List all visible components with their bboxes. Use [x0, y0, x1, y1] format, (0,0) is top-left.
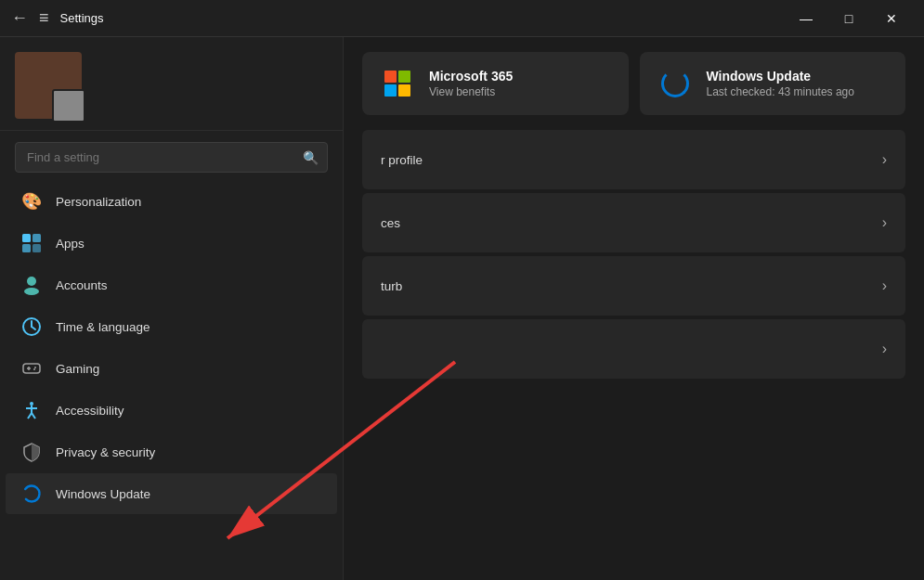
ms365-card-text: Microsoft 365 View benefits	[429, 69, 513, 98]
privacy-icon	[20, 441, 43, 463]
search-icon: 🔍	[303, 150, 319, 165]
sidebar: 🔍 🎨 Personalization Apps	[0, 37, 344, 580]
svg-line-8	[32, 327, 35, 329]
personalization-icon: 🎨	[20, 190, 43, 213]
sidebar-item-label: Accessibility	[56, 404, 124, 418]
svg-rect-1	[33, 234, 41, 242]
close-button[interactable]: ✕	[870, 0, 913, 37]
sidebar-item-apps[interactable]: Apps	[6, 223, 337, 264]
time-icon	[20, 316, 43, 338]
accessibility-icon	[20, 399, 43, 421]
title-bar-left: ← ≡ Settings	[11, 8, 104, 28]
content-area: Microsoft 365 View benefits Windows Upda…	[344, 37, 924, 580]
sidebar-item-accessibility[interactable]: Accessibility	[6, 390, 337, 431]
settings-section: r profile › ces › turb › ›	[344, 130, 924, 397]
window-title: Settings	[60, 11, 104, 25]
chevron-icon: ›	[882, 341, 887, 357]
svg-line-18	[32, 413, 35, 419]
sidebar-item-label: Apps	[56, 237, 85, 251]
svg-rect-0	[22, 234, 31, 242]
nav-list: 🎨 Personalization Apps	[0, 184, 343, 580]
sidebar-item-label: Accounts	[56, 278, 108, 292]
menu-button[interactable]: ≡	[39, 8, 49, 28]
svg-point-4	[27, 277, 36, 286]
sidebar-item-accounts[interactable]: Accounts	[6, 264, 337, 305]
ms365-yellow	[398, 84, 410, 97]
avatar-secondary	[52, 89, 85, 122]
ms365-blue	[384, 84, 397, 97]
minimize-button[interactable]: —	[785, 0, 827, 37]
svg-rect-3	[33, 244, 41, 252]
sidebar-item-gaming[interactable]: Gaming	[6, 348, 337, 389]
settings-row-ces[interactable]: ces ›	[362, 193, 905, 252]
chevron-icon: ›	[882, 214, 887, 231]
windows-update-card[interactable]: Windows Update Last checked: 43 minutes …	[640, 52, 906, 115]
sidebar-item-personalization[interactable]: 🎨 Personalization	[6, 185, 337, 222]
svg-rect-2	[22, 244, 31, 252]
sidebar-item-time-language[interactable]: Time & language	[6, 306, 337, 347]
back-button[interactable]: ←	[11, 8, 28, 28]
update-spinner	[661, 70, 689, 97]
title-bar: ← ≡ Settings — □ ✕	[0, 0, 924, 37]
svg-point-5	[24, 288, 39, 295]
sidebar-item-label: Windows Update	[56, 487, 150, 501]
sidebar-item-label: Personalization	[56, 195, 141, 209]
sidebar-item-label: Privacy & security	[56, 445, 155, 459]
windows-update-icon	[20, 483, 43, 505]
settings-row-extra[interactable]: ›	[362, 319, 905, 379]
settings-row-turb[interactable]: turb ›	[362, 256, 905, 316]
winupdate-card-text: Windows Update Last checked: 43 minutes …	[707, 69, 854, 98]
svg-point-14	[30, 402, 33, 406]
avatar-container	[15, 52, 82, 119]
winupdate-subtitle: Last checked: 43 minutes ago	[707, 85, 854, 98]
svg-point-13	[33, 368, 35, 370]
profile-area	[0, 37, 343, 131]
sidebar-item-label: Gaming	[56, 362, 99, 376]
svg-point-19	[24, 486, 40, 502]
window-controls: — □ ✕	[785, 0, 913, 37]
maximize-button[interactable]: □	[827, 0, 870, 37]
search-input[interactable]	[15, 142, 328, 173]
search-box: 🔍	[15, 142, 328, 173]
row-text: turb	[381, 279, 402, 293]
accounts-icon	[20, 274, 43, 296]
row-text: r profile	[381, 153, 423, 167]
apps-icon	[20, 232, 43, 254]
ms365-red	[384, 71, 397, 83]
ms365-green	[398, 71, 410, 83]
winupdate-icon	[657, 65, 694, 102]
main-layout: 🔍 🎨 Personalization Apps	[0, 37, 924, 580]
row-text: ces	[381, 216, 400, 230]
sidebar-item-label: Time & language	[56, 320, 150, 334]
ms365-subtitle: View benefits	[429, 85, 513, 98]
settings-row-profile[interactable]: r profile ›	[362, 130, 905, 189]
microsoft365-card[interactable]: Microsoft 365 View benefits	[362, 52, 629, 115]
chevron-icon: ›	[882, 277, 887, 294]
sidebar-item-windows-update[interactable]: Windows Update	[6, 473, 337, 514]
ms365-icon	[379, 65, 416, 102]
top-cards: Microsoft 365 View benefits Windows Upda…	[344, 37, 924, 130]
svg-rect-9	[23, 364, 40, 373]
chevron-icon: ›	[882, 151, 887, 168]
winupdate-title: Windows Update	[707, 69, 854, 84]
gaming-icon	[20, 357, 43, 380]
sidebar-item-privacy-security[interactable]: Privacy & security	[6, 432, 337, 472]
svg-point-12	[34, 367, 36, 368]
ms365-title: Microsoft 365	[429, 69, 513, 84]
